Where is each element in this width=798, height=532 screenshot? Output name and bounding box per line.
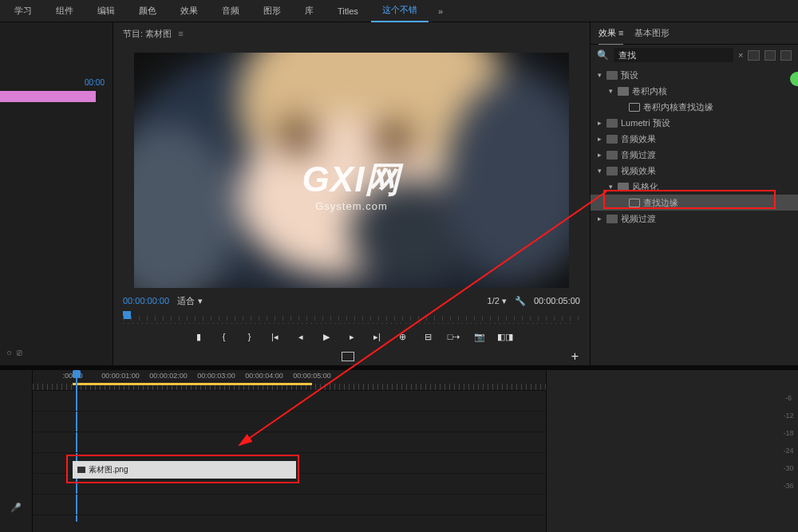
meter-scale-label: -12 <box>783 412 793 420</box>
tab-color[interactable]: 颜色 <box>128 0 168 22</box>
timeline-ruler[interactable]: :00:00 00:00:01:00 00:00:02:00 00:00:03:… <box>33 370 546 391</box>
source-timecode: 00:00 <box>85 78 105 87</box>
go-to-in-button[interactable]: |◂ <box>269 330 282 343</box>
timeline-clip[interactable]: 素材图.png <box>73 461 296 479</box>
folder-icon <box>606 135 618 144</box>
zoom-fit-dropdown[interactable]: 适合▾ <box>177 295 203 307</box>
ruler-tick: 00:00:04:00 <box>245 372 283 380</box>
tab-effects[interactable]: 效果 <box>169 0 209 22</box>
folder-icon <box>606 167 618 175</box>
search-icon: 🔍 <box>597 49 609 61</box>
filter-accelerated-icon[interactable] <box>748 50 759 61</box>
clip-thumbnail-icon <box>77 467 85 473</box>
tree-item-audio-effects[interactable]: ▸音频效果 <box>591 131 798 147</box>
meter-scale-label: -24 <box>783 447 793 455</box>
timeline-tracks[interactable]: 素材图.png <box>33 391 546 531</box>
ruler-tick: 00:00:02:00 <box>149 372 188 380</box>
brace-left-button[interactable]: { <box>218 330 231 343</box>
panel-tab-effects[interactable]: 效果 ≡ <box>598 22 623 45</box>
program-monitor-panel: 节目: 素材图 ≡ GXI网 Gsystem.com <box>113 22 591 365</box>
effects-tree: ▾预设 ▾卷积内核 卷积内核查找边缘 ▸Lumetri 预设 ▸音频效果 ▸音频… <box>591 65 798 228</box>
preview-image-blurred <box>134 53 569 288</box>
effects-search-input[interactable] <box>614 48 733 62</box>
folder-open-icon <box>618 183 629 191</box>
tab-overflow-button[interactable]: » <box>430 2 451 21</box>
panel-tab-essential-graphics[interactable]: 基本图形 <box>634 22 670 44</box>
audio-meters-panel: -6 -12 -18 -24 -30 -36 <box>546 370 798 532</box>
tree-item-video-transitions[interactable]: ▸视频过渡 <box>591 211 798 227</box>
tab-audio[interactable]: 音频 <box>211 0 251 22</box>
step-forward-button[interactable]: ▸ <box>346 330 358 343</box>
source-panel: 00:00 ○ ⎚ <box>0 22 113 365</box>
timeline-panel: 🎤 :00:00 00:00:01:00 00:00:02:00 00:00:0… <box>0 370 798 532</box>
tree-item-audio-transitions[interactable]: ▸音频过渡 <box>591 147 798 163</box>
clip-name-label: 素材图.png <box>89 464 128 475</box>
folder-icon <box>606 215 618 223</box>
tree-item-stylize[interactable]: ▾风格化 <box>591 179 798 195</box>
timeline-playhead[interactable] <box>73 370 81 378</box>
tree-item-lumetri[interactable]: ▸Lumetri 预设 <box>591 115 798 131</box>
tab-custom-active[interactable]: 这个不错 <box>371 0 429 22</box>
tab-titles[interactable]: Titles <box>326 2 369 21</box>
brace-right-button[interactable]: } <box>243 330 256 343</box>
tree-item-presets[interactable]: ▾预设 <box>591 67 798 83</box>
timeline-track-header: 🎤 <box>0 370 33 532</box>
meter-scale-label: -18 <box>783 429 793 437</box>
tab-learn[interactable]: 学习 <box>3 0 43 22</box>
tree-item-conv-find-edges[interactable]: 卷积内核查找边缘 <box>591 99 798 115</box>
tree-item-find-edges[interactable]: 查找边缘 <box>591 195 798 211</box>
tree-item-video-effects[interactable]: ▾视频效果 <box>591 163 798 179</box>
tab-graphics[interactable]: 图形 <box>252 0 292 22</box>
workspace-tab-bar: 学习 组件 编辑 颜色 效果 音频 图形 库 Titles 这个不错 » <box>0 0 798 22</box>
meter-scale-label: -6 <box>785 394 792 402</box>
play-button[interactable]: ▶ <box>320 330 333 343</box>
folder-icon <box>606 151 618 160</box>
resolution-dropdown[interactable]: 1/2 ▾ <box>488 296 507 306</box>
tab-library[interactable]: 库 <box>294 0 325 22</box>
filter-32bit-icon[interactable] <box>764 50 776 61</box>
program-duration-timecode: 00:00:05:00 <box>534 296 580 305</box>
panel-menu-icon[interactable]: ≡ <box>178 29 183 38</box>
source-clip-bar[interactable] <box>0 91 96 102</box>
work-area-bar[interactable] <box>73 383 312 385</box>
meter-scale-label: -36 <box>783 482 793 490</box>
step-back-button[interactable]: ◂ <box>294 330 307 343</box>
meter-scale-label: -30 <box>783 464 793 472</box>
source-footer-icon-b[interactable]: ⎚ <box>17 348 22 357</box>
add-button[interactable]: + <box>571 349 579 364</box>
clear-search-button[interactable]: × <box>738 50 743 60</box>
ruler-tick: 00:00:01:00 <box>101 372 140 380</box>
ruler-tick: 00:00:03:00 <box>197 372 235 380</box>
tree-item-conv-kernel[interactable]: ▾卷积内核 <box>591 83 798 99</box>
camera-icon[interactable]: 📷 <box>473 330 486 343</box>
comparison-view-button[interactable]: ◧◨ <box>499 330 512 343</box>
filter-yuv-icon[interactable] <box>780 50 792 61</box>
program-header-label: 节目: 素材图 <box>123 28 172 40</box>
go-to-out-button[interactable]: ▸| <box>371 330 384 343</box>
ruler-tick: 00:00:05:00 <box>293 372 331 380</box>
view-mode-icon[interactable] <box>342 352 354 361</box>
insert-button[interactable]: ⊕ <box>397 330 409 343</box>
mark-in-button[interactable]: ▮ <box>192 330 205 343</box>
wrench-icon[interactable]: 🔧 <box>515 296 526 306</box>
tab-edit[interactable]: 编辑 <box>86 0 126 22</box>
program-monitor-viewport[interactable]: GXI网 Gsystem.com <box>134 53 569 288</box>
panel-menu-icon[interactable]: ≡ <box>618 28 623 37</box>
transport-controls: ▮ { } |◂ ◂ ▶ ▸ ▸| ⊕ ⊟ □⇢ 📷 ◧◨ <box>113 325 590 348</box>
tab-assembly[interactable]: 组件 <box>45 0 85 22</box>
preset-icon <box>629 199 640 207</box>
overwrite-button[interactable]: ⊟ <box>422 330 435 343</box>
effects-panel: 效果 ≡ 基本图形 🔍 × ▾预设 ▾卷积内核 卷积内核查找边缘 ▸Lumetr… <box>591 22 798 365</box>
source-footer-icon-a[interactable]: ○ <box>6 348 12 357</box>
program-scrubber[interactable]: · · · · · · · · · · · · · · · · · · · · … <box>113 311 590 325</box>
export-frame-button[interactable]: □⇢ <box>448 330 460 343</box>
folder-open-icon <box>618 87 629 96</box>
program-current-timecode[interactable]: 00:00:00:00 <box>123 296 169 305</box>
mic-icon[interactable]: 🎤 <box>10 502 22 513</box>
folder-icon <box>606 71 618 80</box>
folder-icon <box>606 119 618 128</box>
preset-icon <box>629 103 640 112</box>
